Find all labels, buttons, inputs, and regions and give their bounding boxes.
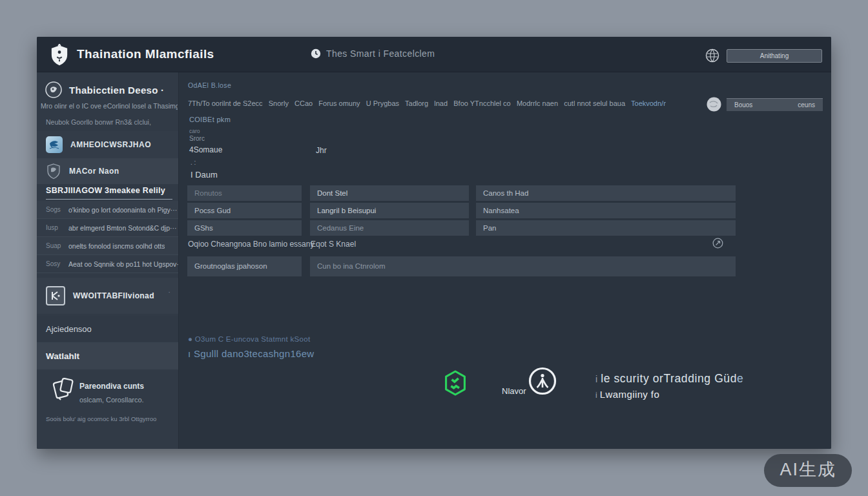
- headline-prefix: i: [595, 374, 601, 384]
- form-field[interactable]: Langril b Beisupui: [310, 203, 469, 218]
- brand-icon: [45, 81, 63, 99]
- status-bullet-line[interactable]: ● O3um C E-uncova Statmnt kSoot: [188, 335, 310, 343]
- form-field[interactable]: Cedanus Eine: [310, 220, 469, 236]
- step-item[interactable]: Sosy Aeat oo Sqnnik ob po11 hot Ugspov··…: [37, 255, 178, 273]
- verified-hex-badge-icon: [444, 369, 467, 397]
- step-text: o'kinbo go lort odoonainta oh Pigy···: [68, 206, 177, 214]
- sidebar-brand-title: Thabicctien Deeso ·: [69, 85, 164, 96]
- badge-label: Nlavor: [502, 386, 526, 396]
- dots-label: . :: [191, 159, 196, 166]
- guide-subline: i Lwamgiiny fo: [595, 389, 743, 400]
- form-field[interactable]: Nanhsatea: [476, 203, 736, 218]
- step-tag: Suap: [46, 242, 63, 249]
- globe-icon[interactable]: [705, 48, 720, 63]
- sidebar-item-label: AMHEOICWSRJHAO: [70, 140, 151, 149]
- main-content: OdAEl B.lose 7Th/To oorilnt de S2ecc Sno…: [179, 72, 831, 449]
- header-action-button[interactable]: Anithating: [727, 49, 822, 63]
- sidebar-item-label: WWOITTABFIIvionad: [73, 291, 154, 300]
- footer-note: Soois bolu' aig ocornoc ku 3rbl Ottgyrro…: [46, 415, 174, 422]
- form-field[interactable]: Dont Stel: [310, 185, 469, 201]
- step-text: onelts fonolod isncms oolhd otts: [68, 242, 165, 250]
- step-tag: Sosy: [46, 260, 63, 267]
- form-caption-right: Eqot S Knael: [311, 240, 356, 249]
- breadcrumb: OdAEl B.lose: [188, 81, 231, 89]
- sidebar-item-tertiary[interactable]: WWOITTABFIIvionad ·: [37, 278, 178, 314]
- ai-generated-watermark: AI生成: [764, 454, 852, 487]
- segment-left-label[interactable]: Bouos: [734, 101, 752, 108]
- nav-link[interactable]: Toekvodn/nmnJoc troohe: [631, 99, 666, 107]
- form-field[interactable]: Pan: [476, 220, 736, 236]
- overflow-dot: ·: [168, 288, 170, 296]
- sidebar-item-watchlist[interactable]: Watlahlt: [37, 343, 178, 369]
- segment-right-label[interactable]: ceuns: [798, 101, 815, 108]
- step-tag: Sogs: [46, 206, 63, 213]
- sidebar-item-primary[interactable]: AMHEOICWSRJHAO: [37, 131, 178, 158]
- sidebar-brand: Thabicctien Deeso ·: [45, 76, 164, 103]
- step-text: abr elmgerd Bmton Sotond&C djp···: [68, 224, 177, 232]
- subheading-3: Srorc: [189, 135, 205, 142]
- form-field[interactable]: Cun bo ina Ctnrolom: [310, 256, 736, 276]
- eagle-badge-icon: [46, 136, 63, 153]
- sidebar: Thabicctien Deeso · Mro olinr el o IC ov…: [37, 72, 179, 449]
- sidebar-item-secondary[interactable]: MACor Naon: [37, 158, 178, 184]
- segmented-control[interactable]: Bouos ceuns: [727, 98, 823, 111]
- step-tag: Iusp: [46, 224, 63, 231]
- app-header: Thaination Mlamcfiails Thes Smart i Feat…: [37, 37, 831, 72]
- sidebar-description-2: Neubok Goorllo bonwr Rn3& clclui,: [46, 118, 175, 126]
- sidebar-item-label: MACor Naon: [69, 167, 119, 176]
- subheading-2: caro: [189, 128, 200, 134]
- nav-links-text[interactable]: 7Th/To oorilnt de S2ecc Snorly CCao Foru…: [188, 99, 631, 107]
- subline-prefix: i: [595, 391, 600, 400]
- app-title: Thaination Mlamcfiails: [77, 47, 214, 61]
- form-field[interactable]: Canos th Had: [476, 185, 736, 201]
- step-text: Aeat oo Sqnnik ob po11 hot Ugspov···: [68, 260, 178, 268]
- step-item[interactable]: Sogs o'kinbo go lort odoonainta oh Pigy·…: [37, 201, 178, 219]
- result-link[interactable]: ı Sgulll dano3tecashgn16ew: [188, 348, 314, 359]
- cards-icon: [51, 377, 76, 402]
- guide-headline: i le scurity orTradding Güde: [595, 372, 743, 386]
- footer-title: Pareondiva cunts: [79, 382, 144, 391]
- form-field[interactable]: Pocss Gud: [187, 203, 302, 218]
- person-circle-icon: [528, 366, 557, 396]
- subline-main: Lwamgiiny fo: [600, 389, 659, 400]
- form-label-left: 4Somaue: [189, 145, 222, 154]
- sidebar-description-1: Mro olinr el o IC ove eCorlinol losel a …: [41, 102, 178, 110]
- headline-main: le scurity orTradding Güd: [601, 372, 737, 385]
- framed-glyph-icon: [46, 286, 65, 305]
- top-nav-row: 7Th/To oorilnt de S2ecc Snorly CCao Foru…: [188, 99, 666, 112]
- footer-subtitle: oslcam, Corosllarco.: [79, 396, 144, 404]
- shield-crest-icon: [46, 163, 61, 180]
- subheading-1: COIBEt pkm: [189, 116, 231, 123]
- form-field[interactable]: Ronutos: [187, 185, 302, 201]
- step-item[interactable]: Iusp abr elmgerd Bmton Sotond&C djp···: [37, 219, 178, 237]
- avatar[interactable]: [707, 97, 721, 112]
- step-item[interactable]: Suap onelts fonolod isncms oolhd otts: [37, 237, 178, 255]
- sidebar-step-list: Sogs o'kinbo go lort odoonainta oh Pigy·…: [37, 201, 178, 273]
- sidebar-item-a[interactable]: Ajciedensoo: [37, 316, 178, 343]
- app-window: Thaination Mlamcfiails Thes Smart i Feat…: [37, 37, 831, 449]
- header-subtitle: Thes Smart i Featcelclem: [326, 48, 435, 59]
- form-label-right: Jhr: [316, 146, 327, 155]
- shield-logo-icon: [50, 44, 69, 66]
- form-caption-left: Oqioo Cheangnoa Bno lamio essany: [188, 240, 314, 249]
- form-field[interactable]: Groutnoglas jpahoson: [187, 256, 302, 276]
- daum-label: I Daum: [191, 170, 218, 180]
- sidebar-section-title: SBRJIIIAGOW 3meakee Relily: [46, 186, 172, 200]
- guide-text-block: i le scurity orTradding Güde i Lwamgiiny…: [595, 372, 743, 400]
- clock-icon: [311, 48, 321, 59]
- form-field[interactable]: GShs: [187, 220, 302, 236]
- circled-arrow-icon[interactable]: [712, 238, 723, 249]
- headline-tail: e: [737, 372, 743, 385]
- bottom-badges-row: Nlavor i le scurity orTradding Güde i Lw…: [179, 364, 831, 422]
